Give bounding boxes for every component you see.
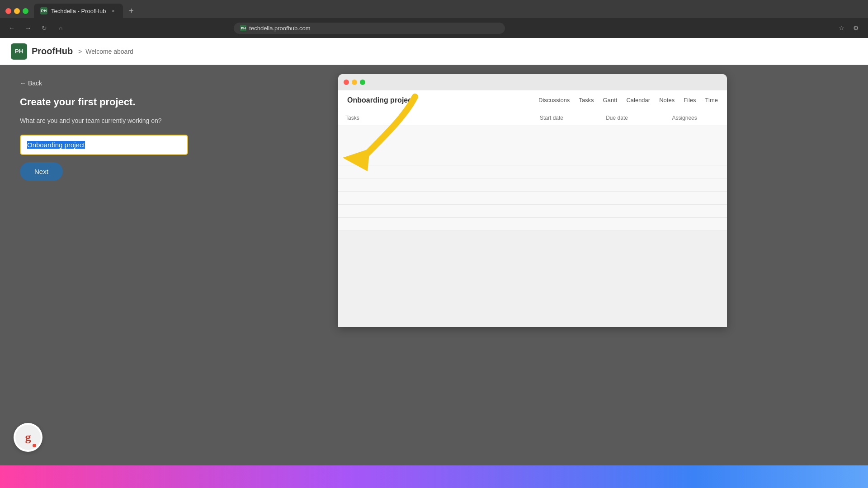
breadcrumb-sep: > xyxy=(78,48,82,55)
th-tasks: Tasks xyxy=(338,110,533,126)
new-tab-button[interactable]: + xyxy=(125,5,137,17)
tab-tasks[interactable]: Tasks xyxy=(579,96,594,104)
reload-button[interactable]: ↻ xyxy=(38,22,51,34)
tab-calendar[interactable]: Calendar xyxy=(626,96,650,104)
tab-bar: PH Techdella - ProofHub × + xyxy=(0,0,868,18)
table-row xyxy=(338,165,727,178)
address-bar-row: ← → ↻ ⌂ PH techdella.proofhub.com ☆ ⚙ xyxy=(0,18,868,38)
project-preview: Onboarding project Discussions Tasks Gan… xyxy=(338,74,727,327)
tab-time[interactable]: Time xyxy=(705,96,718,104)
home-button[interactable]: ⌂ xyxy=(54,22,67,34)
title-post: . xyxy=(132,96,135,108)
table-row xyxy=(338,178,727,192)
tab-notes[interactable]: Notes xyxy=(659,96,675,104)
title-pre: Create your xyxy=(20,96,78,108)
th-start-date: Start date xyxy=(533,110,599,126)
right-panel: Onboarding project Discussions Tasks Gan… xyxy=(208,65,868,465)
toolbar-icons: ☆ ⚙ xyxy=(835,22,863,34)
table-row xyxy=(338,192,727,205)
tab-favicon: PH xyxy=(40,7,47,14)
avatar-letter: g xyxy=(25,432,31,443)
address-favicon: PH xyxy=(240,25,246,31)
tab-close-icon[interactable]: × xyxy=(109,7,117,14)
active-tab[interactable]: PH Techdella - ProofHub × xyxy=(34,4,123,18)
back-nav-button[interactable]: ← xyxy=(5,22,18,34)
title-bold: first project xyxy=(78,96,132,108)
main-area: ← Back Create your first project. What a… xyxy=(0,65,868,465)
tab-gantt[interactable]: Gantt xyxy=(603,96,618,104)
preview-project-name: Onboarding project xyxy=(347,96,414,104)
preview-close-icon xyxy=(344,80,349,85)
close-button[interactable] xyxy=(5,8,11,14)
page-title: Create your first project. xyxy=(20,96,188,109)
page: PH ProofHub > Welcome aboard ← Back Crea… xyxy=(0,38,868,465)
forward-nav-button[interactable]: → xyxy=(22,22,34,34)
tab-files[interactable]: Files xyxy=(684,96,696,104)
preview-minimize-icon xyxy=(352,80,357,85)
table-row xyxy=(338,139,727,152)
browser-chrome: PH Techdella - ProofHub × + ← → ↻ ⌂ PH t… xyxy=(0,0,868,38)
th-due-date: Due date xyxy=(599,110,665,126)
preview-titlebar xyxy=(338,74,727,90)
avatar[interactable]: g xyxy=(14,423,42,452)
breadcrumb-item: Welcome aboard xyxy=(85,48,133,55)
preview-table: Tasks Start date Due date Assignees xyxy=(338,110,727,231)
top-nav: PH ProofHub > Welcome aboard xyxy=(0,38,868,65)
page-subtitle: What are you and your team currently wor… xyxy=(20,116,188,126)
logo-text: ProofHub xyxy=(32,46,73,56)
preview-header: Onboarding project Discussions Tasks Gan… xyxy=(338,90,727,110)
preview-tabs: Discussions Tasks Gantt Calendar Notes F… xyxy=(538,96,718,104)
bottom-bar xyxy=(0,465,868,488)
next-button[interactable]: Next xyxy=(20,162,63,181)
bookmark-icon[interactable]: ☆ xyxy=(835,22,848,34)
tab-discussions[interactable]: Discussions xyxy=(538,96,570,104)
left-panel: ← Back Create your first project. What a… xyxy=(0,65,208,465)
table-row xyxy=(338,152,727,165)
preview-content: Onboarding project Discussions Tasks Gan… xyxy=(338,90,727,231)
logo-icon: PH xyxy=(11,43,27,60)
window-controls xyxy=(5,8,28,14)
table-row xyxy=(338,126,727,139)
back-link[interactable]: ← Back xyxy=(20,80,188,87)
logo-area: PH ProofHub xyxy=(11,43,73,60)
back-label: ← Back xyxy=(20,80,42,87)
input-wrapper xyxy=(20,135,188,155)
table-row xyxy=(338,205,727,218)
project-name-input[interactable] xyxy=(22,136,186,153)
avatar-inner: g xyxy=(15,425,41,450)
tab-title: Techdella - ProofHub xyxy=(51,8,106,14)
th-assignees: Assignees xyxy=(665,110,727,126)
table-row xyxy=(338,218,727,231)
maximize-button[interactable] xyxy=(23,8,28,14)
preview-maximize-icon xyxy=(360,80,365,85)
breadcrumb: > Welcome aboard xyxy=(78,48,133,55)
address-bar[interactable]: PH techdella.proofhub.com xyxy=(234,23,505,34)
url-text: techdella.proofhub.com xyxy=(249,25,310,32)
minimize-button[interactable] xyxy=(14,8,20,14)
avatar-dot xyxy=(33,444,36,447)
extensions-icon[interactable]: ⚙ xyxy=(850,22,863,34)
